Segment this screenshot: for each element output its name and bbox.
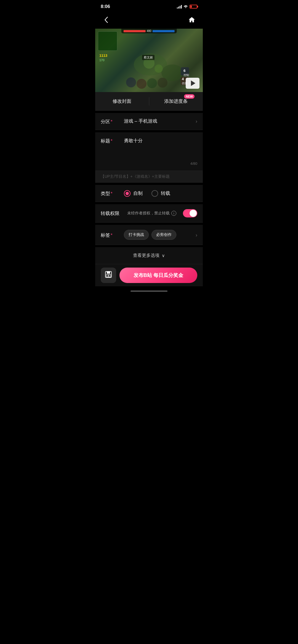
svg-point-6 xyxy=(147,78,157,88)
save-draft-button[interactable] xyxy=(101,268,116,283)
tags-group: 打卡挑战 必剪创作 xyxy=(124,230,193,240)
radio-original-circle[interactable] xyxy=(124,190,131,197)
kill-count: 6控制 xyxy=(183,69,189,77)
bottom-bar: 发布B站 每日瓜分奖金 xyxy=(95,264,203,286)
category-label: 分区* xyxy=(101,118,117,125)
publish-button[interactable]: 发布B站 每日瓜分奖金 xyxy=(119,268,197,283)
title-hint-bar: 【UP主/节目名】+《游戏名》+主要标题 xyxy=(95,171,203,183)
category-value: 游戏 – 手机游戏 xyxy=(124,118,193,124)
tag-chip-0[interactable]: 打卡挑战 xyxy=(124,230,149,240)
title-counter: 4/80 xyxy=(124,161,197,166)
status-bar: 8:06 xyxy=(95,0,203,12)
title-input-area[interactable]: 勇敢十分 4/80 xyxy=(124,137,197,166)
title-section: 标题* 勇敢十分 4/80 xyxy=(95,132,203,171)
more-options-section[interactable]: 查看更多选项 ∨ xyxy=(95,247,203,264)
separator-3 xyxy=(95,183,203,185)
separator-5 xyxy=(95,223,203,225)
radio-original-dot xyxy=(126,192,129,195)
svg-point-4 xyxy=(126,77,136,87)
type-label: 类型* xyxy=(101,190,117,197)
permission-label: 转载权限 xyxy=(101,210,123,217)
tags-arrow-icon[interactable]: › xyxy=(196,232,197,238)
more-options-label: 查看更多选项 xyxy=(133,253,159,258)
category-arrow-icon: › xyxy=(196,118,197,124)
type-option-original[interactable]: 自制 xyxy=(124,190,143,197)
radio-repost-circle[interactable] xyxy=(151,190,158,197)
svg-rect-12 xyxy=(106,274,111,277)
tags-section: 标签* 打卡挑战 必剪创作 › xyxy=(95,225,203,245)
wifi-icon xyxy=(183,4,188,9)
separator-1 xyxy=(95,111,203,113)
character-name: 蔡文姬 xyxy=(142,55,155,60)
type-original-label: 自制 xyxy=(133,190,143,196)
permission-section: 转载权限 未经作者授权，禁止转载 i xyxy=(95,204,203,223)
nav-bar xyxy=(95,12,203,29)
svg-point-7 xyxy=(158,78,167,88)
title-hint-text: 【UP主/节目名】+《游戏名》+主要标题 xyxy=(101,174,197,179)
info-icon[interactable]: i xyxy=(171,211,176,216)
battery-icon xyxy=(190,5,197,9)
svg-point-5 xyxy=(137,79,147,89)
title-text[interactable]: 勇敢十分 xyxy=(124,137,197,159)
separator-4 xyxy=(95,202,203,204)
chevron-down-icon: ∨ xyxy=(162,253,165,258)
home-bar xyxy=(131,290,167,292)
svg-point-3 xyxy=(155,64,163,73)
type-section: 类型* 自制 转载 xyxy=(95,185,203,202)
tags-label: 标签* xyxy=(101,231,117,238)
new-badge: NEW xyxy=(184,94,195,99)
signal-icon xyxy=(177,5,182,9)
permission-desc: 未经作者授权，禁止转载 i xyxy=(127,211,183,216)
back-button[interactable] xyxy=(101,14,112,25)
status-icons xyxy=(177,4,197,9)
separator-6 xyxy=(95,245,203,247)
toggle-knob xyxy=(190,210,197,217)
title-label: 标题* xyxy=(101,137,117,144)
separator-2 xyxy=(95,130,203,132)
status-time: 8:06 xyxy=(101,4,110,9)
edit-cover-button[interactable]: 修改封面 xyxy=(95,92,149,111)
category-section[interactable]: 分区* 游戏 – 手机游戏 › xyxy=(95,113,203,130)
permission-toggle[interactable] xyxy=(183,209,197,217)
video-thumbnail[interactable]: 480 1113 170 蔡 xyxy=(95,29,203,92)
cover-progress-bar: 修改封面 添加进度条 NEW xyxy=(95,92,203,111)
save-draft-icon xyxy=(105,271,112,280)
play-button[interactable] xyxy=(186,78,199,89)
tag-chip-1[interactable]: 必剪创作 xyxy=(151,230,176,240)
type-radio-group: 自制 转载 xyxy=(124,190,170,197)
add-progress-button[interactable]: 添加进度条 NEW xyxy=(149,92,203,111)
home-button[interactable] xyxy=(186,14,197,25)
type-repost-label: 转载 xyxy=(161,190,170,196)
publish-label: 发布B站 每日瓜分奖金 xyxy=(134,272,183,279)
svg-point-13 xyxy=(108,275,109,276)
home-indicator xyxy=(95,286,203,296)
svg-rect-11 xyxy=(107,271,110,274)
type-option-repost[interactable]: 转载 xyxy=(151,190,170,197)
